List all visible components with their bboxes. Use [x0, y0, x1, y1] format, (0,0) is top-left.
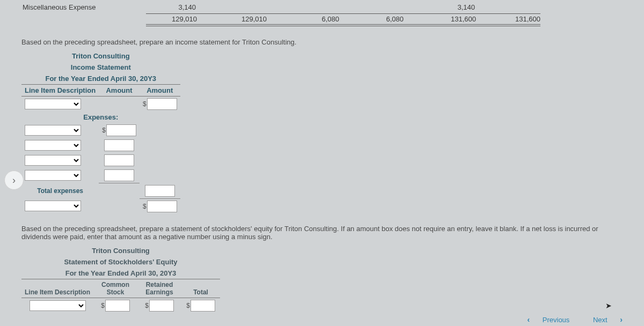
total-expenses-amount[interactable]: [145, 185, 175, 197]
income-company: Triton Consulting: [21, 50, 180, 62]
stockholders-equity-table: Triton Consulting Statement of Stockhold…: [21, 245, 220, 313]
total-4: 6,080: [339, 13, 404, 26]
expense-dropdown-2[interactable]: [25, 140, 81, 151]
chevron-right-nav-icon: ›: [620, 315, 623, 324]
equity-total-1[interactable]: [191, 300, 215, 312]
equity-col-total: Total: [181, 279, 220, 298]
expense-amount-4[interactable]: [104, 169, 134, 181]
amount-input-revenue[interactable]: [147, 98, 177, 110]
line-dropdown-revenue[interactable]: [25, 99, 81, 109]
income-col-amount1: Amount: [99, 85, 140, 97]
net-income-amount[interactable]: [147, 201, 177, 212]
total-2: 129,010: [197, 13, 267, 26]
income-col-line: Line Item Description: [21, 85, 99, 97]
income-period: For the Year Ended April 30, 20Y3: [21, 73, 180, 85]
equity-title: Statement of Stockholders' Equity: [21, 256, 220, 268]
total-6: 131,600: [476, 13, 540, 26]
equity-col-re: Retained Earnings: [137, 279, 181, 298]
total-5: 131,600: [404, 13, 476, 26]
equity-dropdown-1[interactable]: [30, 300, 86, 311]
expense-amount-3[interactable]: [104, 154, 134, 166]
total-expenses-label: Total expenses: [21, 183, 99, 199]
equity-company: Triton Consulting: [21, 245, 220, 256]
equity-cs-1[interactable]: [105, 300, 130, 312]
income-col-amount2: Amount: [140, 85, 180, 97]
previous-link[interactable]: ‹ Previous: [522, 316, 575, 324]
equity-col-cs: Common Stock: [93, 279, 137, 298]
next-link[interactable]: Next ›: [588, 316, 628, 324]
expense-dropdown-4[interactable]: [25, 170, 81, 181]
chevron-right-icon: ›: [12, 175, 16, 186]
equity-col-line: Line Item Description: [21, 279, 93, 298]
expense-amount-2[interactable]: [104, 139, 134, 151]
mouse-cursor-icon: ➤: [605, 301, 612, 310]
misc-adj-debit: 3,140: [145, 3, 196, 11]
total-3: 6,080: [267, 13, 339, 26]
row-label-misc: Miscellaneous Expense: [21, 3, 145, 11]
next-label: Next: [593, 316, 608, 324]
net-income-dropdown[interactable]: [25, 201, 81, 211]
equity-re-1[interactable]: [149, 300, 174, 312]
income-statement-table: Triton Consulting Income Statement For t…: [21, 50, 180, 214]
expense-dropdown-3[interactable]: [25, 155, 81, 166]
misc-adj-bal-debit: 3,140: [402, 3, 475, 11]
expense-dropdown-1[interactable]: [25, 125, 81, 136]
chevron-left-icon: ‹: [527, 315, 530, 324]
bottom-nav: ‹ Previous Next ›: [516, 315, 633, 324]
totals-row: 129,010 129,010 6,080 6,080 131,600 131,…: [21, 13, 623, 26]
prev-page-circle[interactable]: ›: [4, 171, 24, 190]
expenses-label: Expenses:: [21, 112, 180, 123]
instruction-1: Based on the preceding spreadsheet, prep…: [21, 38, 623, 46]
instruction-2: Based on the preceding spreadsheet, prep…: [21, 225, 623, 241]
total-1: 129,010: [146, 13, 197, 26]
equity-period: For the Year Ended April 30, 20Y3: [21, 268, 220, 279]
previous-label: Previous: [543, 316, 570, 324]
expense-amount-1[interactable]: [106, 124, 136, 136]
income-title: Income Statement: [21, 62, 180, 73]
